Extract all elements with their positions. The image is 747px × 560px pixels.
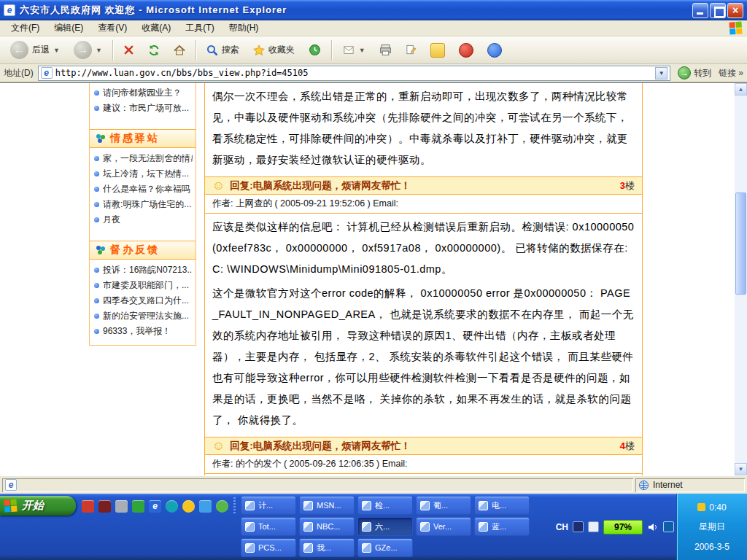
start-button[interactable]: 开始 [0, 496, 76, 516]
go-button[interactable]: → 转到 [675, 66, 714, 79]
quick-launch-icon[interactable] [98, 500, 111, 513]
sidebar-link-label: 市建委及职能部门，... [103, 278, 189, 293]
sidebar-link[interactable]: 请教:明珠广场住宅的... [93, 197, 193, 212]
task-window-icon [303, 522, 313, 532]
task-button[interactable]: 葡... [416, 496, 471, 515]
task-button[interactable]: 电... [474, 496, 530, 515]
internet-globe-icon [638, 480, 649, 491]
bullet-icon [94, 283, 99, 288]
sidebar-link[interactable]: 投诉：16路皖N07213... [93, 262, 193, 278]
sidebar-link[interactable]: 月夜 [93, 212, 193, 228]
sidebar-link[interactable]: 请问帝都紫园业主？ [93, 85, 193, 101]
forward-dropdown-icon: ▼ [96, 47, 102, 54]
ie-window-icon: e [4, 4, 15, 16]
messenger-red-button[interactable] [453, 39, 479, 62]
task-button[interactable]: 我... [299, 538, 355, 557]
section-icon [96, 245, 106, 255]
sidebar-link[interactable]: 96333，我举报！ [93, 324, 193, 339]
quick-launch-icon[interactable] [82, 500, 94, 513]
keyboard-tray-icon[interactable] [573, 521, 584, 532]
quick-launch-icon[interactable] [199, 500, 212, 513]
favorites-star-icon [253, 44, 265, 56]
task-window-icon [245, 543, 255, 553]
scroll-down-button[interactable]: ▼ [735, 463, 747, 475]
sidebar-link-label: 坛上冷清，坛下热情... [103, 166, 189, 182]
printer-icon [379, 44, 392, 56]
battery-indicator[interactable]: 97% [603, 520, 643, 534]
network-tray-icon[interactable] [663, 521, 674, 532]
discuss-button[interactable] [425, 39, 451, 62]
sidebar-link[interactable]: 什么是幸福？你幸福吗？ [93, 182, 193, 197]
task-window-icon [420, 501, 430, 510]
task-window-icon [303, 501, 313, 510]
maximize-button[interactable] [710, 3, 726, 18]
menu-help[interactable]: 帮助(H) [222, 20, 266, 36]
sidebar-link[interactable]: 家，一段无法割舍的情感 [93, 151, 193, 166]
scrollbar-thumb[interactable] [735, 192, 746, 295]
toolbar: ← 后退 ▼ → ▼ 搜索 收藏夹 ▼ [0, 36, 747, 64]
close-button[interactable]: × [727, 3, 743, 18]
task-button[interactable]: MSN... [299, 496, 355, 515]
quick-launch-icon[interactable] [132, 500, 144, 513]
mail-button[interactable]: ▼ [336, 39, 371, 62]
sidebar-link[interactable]: 建议：市民广场可放... [93, 101, 193, 116]
task-button[interactable]: 蓝... [474, 517, 530, 536]
menu-tools[interactable]: 工具(T) [179, 20, 220, 36]
sidebar-link[interactable]: 市建委及职能部门，... [93, 278, 193, 293]
task-button[interactable]: 检... [357, 496, 413, 515]
vertical-scrollbar[interactable]: ▲ ▼ [735, 83, 747, 475]
history-button[interactable] [303, 39, 327, 62]
menu-edit[interactable]: 编辑(E) [47, 20, 90, 36]
quick-launch-icon[interactable] [115, 500, 128, 513]
favorites-button[interactable]: 收藏夹 [247, 39, 301, 62]
author-line: 作者: 上网查的 ( 2005-09-21 19:52:06 ) Email: [205, 195, 642, 214]
taskbar: 开始 e 计... MSN... 检... 葡... 电... Tot... N… [0, 494, 747, 560]
menu-favorites[interactable]: 收藏(A) [135, 20, 177, 36]
history-icon [309, 44, 321, 56]
window-title: 六安市人民政府网 欢迎您 - Microsoft Internet Explor… [20, 4, 688, 17]
task-button[interactable]: GZe... [357, 538, 413, 557]
task-button[interactable]: 计... [241, 496, 296, 515]
clock-time: 0:40 [709, 502, 726, 513]
forward-button[interactable]: → ▼ [68, 39, 108, 62]
sidebar-link[interactable]: 四季春交叉路口为什... [93, 293, 193, 308]
stop-button[interactable] [117, 39, 140, 62]
task-button[interactable]: Ver... [416, 517, 471, 536]
status-zone-label: Internet [653, 480, 683, 490]
address-dropdown-button[interactable]: ▼ [655, 67, 667, 79]
edit-button[interactable] [400, 39, 422, 62]
home-button[interactable] [168, 39, 191, 62]
quick-launch-icon[interactable] [182, 500, 195, 513]
power-tray-icon[interactable] [697, 503, 705, 511]
toolbar-separator [331, 40, 332, 61]
menu-file[interactable]: 文件(F) [4, 20, 46, 36]
floor-badge: 3楼 [620, 179, 635, 192]
quick-launch-icon[interactable] [166, 500, 178, 513]
task-button[interactable]: NBC... [299, 517, 355, 536]
sidebar-link[interactable]: 坛上冷清，坛下热情... [93, 166, 193, 182]
task-button[interactable]: Tot... [241, 517, 296, 536]
links-button[interactable]: 链接 » [719, 67, 743, 79]
search-button[interactable]: 搜索 [201, 39, 245, 62]
language-indicator[interactable]: CH [556, 522, 568, 532]
task-button[interactable]: PCS... [241, 538, 296, 557]
task-window-icon [303, 543, 313, 553]
pen-tray-icon[interactable] [588, 521, 599, 532]
back-dropdown-icon: ▼ [53, 47, 60, 54]
back-button[interactable]: ← 后退 ▼ [4, 39, 66, 62]
address-input[interactable] [55, 68, 653, 78]
refresh-button[interactable] [142, 39, 166, 62]
menu-view[interactable]: 查看(V) [91, 20, 133, 36]
sidebar-link-label: 什么是幸福？你幸福吗？ [103, 182, 193, 197]
quick-launch-ie-icon[interactable]: e [149, 500, 161, 513]
sidebar-link-label: 四季春交叉路口为什... [103, 293, 189, 308]
scroll-up-button[interactable]: ▲ [735, 83, 747, 96]
sidebar-link[interactable]: 新的治安管理法实施... [93, 308, 193, 324]
quick-launch-icon[interactable] [216, 500, 228, 513]
quick-launch-bar: e [82, 498, 228, 514]
volume-icon[interactable] [647, 521, 659, 533]
messenger-blue-button[interactable] [481, 39, 508, 62]
print-button[interactable] [374, 39, 398, 62]
minimize-button[interactable] [692, 3, 708, 18]
task-button-active[interactable]: 六... [357, 517, 413, 536]
